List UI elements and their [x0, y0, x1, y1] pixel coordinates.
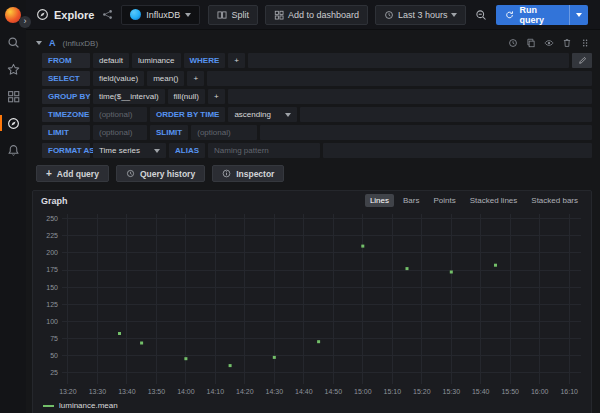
- slimit-input[interactable]: [197, 128, 251, 137]
- svg-text:100: 100: [46, 318, 58, 325]
- copy-icon[interactable]: [526, 38, 536, 48]
- query-row-header: A (InfluxDB): [36, 38, 590, 48]
- tab-stacked-lines[interactable]: Stacked lines: [465, 194, 523, 207]
- svg-text:13:30: 13:30: [89, 388, 107, 395]
- sidebar-item-alerting[interactable]: [0, 142, 26, 158]
- trash-icon[interactable]: [562, 38, 572, 48]
- limit-input[interactable]: [99, 128, 141, 137]
- limit-input-wrap: [93, 125, 147, 140]
- inspector-icon: [222, 169, 231, 178]
- plus-icon: +: [46, 169, 52, 179]
- sidebar-item-explore[interactable]: [0, 115, 26, 131]
- tab-bars[interactable]: Bars: [398, 194, 424, 207]
- from-row-filler: [248, 53, 569, 68]
- group-by-add-segment[interactable]: +: [208, 89, 225, 104]
- svg-text:150: 150: [46, 284, 58, 291]
- explore-icon: [7, 117, 20, 130]
- split-label: Split: [231, 10, 249, 20]
- query-history-label: Query history: [140, 169, 195, 179]
- history-icon[interactable]: [508, 38, 518, 48]
- svg-text:14:00: 14:00: [177, 388, 195, 395]
- limit-row-filler: [260, 125, 592, 140]
- group-by-row: GROUP BY time($__interval) fill(null) +: [42, 89, 592, 104]
- clock-icon: [384, 10, 394, 20]
- timezone-input[interactable]: [99, 110, 141, 119]
- svg-text:14:40: 14:40: [295, 388, 313, 395]
- drag-handle-icon[interactable]: [580, 38, 590, 48]
- add-query-button[interactable]: + Add query: [36, 165, 109, 182]
- svg-text:225: 225: [46, 232, 58, 239]
- format-as-select[interactable]: Time series: [93, 143, 166, 158]
- select-label: SELECT: [42, 71, 90, 86]
- legend-label: luminance.mean: [59, 401, 118, 410]
- query-letter: A: [49, 38, 56, 48]
- group-by-label: GROUP BY: [42, 89, 90, 104]
- svg-text:125: 125: [46, 301, 58, 308]
- datasource-picker[interactable]: InfluxDB: [121, 5, 200, 25]
- graph-panel: Graph LinesBarsPointsStacked linesStacke…: [32, 190, 592, 413]
- svg-text:14:20: 14:20: [236, 388, 254, 395]
- run-query-button[interactable]: Run query: [496, 5, 588, 25]
- collapse-icon[interactable]: [36, 41, 42, 45]
- expand-sidebar-icon[interactable]: ›: [19, 16, 31, 28]
- edit-icon: [578, 56, 587, 65]
- add-to-dashboard-button[interactable]: Add to dashboard: [265, 5, 368, 25]
- query-row-actions: [508, 38, 590, 48]
- edit-query-button[interactable]: [572, 53, 592, 68]
- share-icon[interactable]: [102, 9, 113, 20]
- run-query-dropdown[interactable]: [569, 5, 588, 25]
- select-field-segment[interactable]: field(value): [93, 71, 144, 86]
- alias-input[interactable]: [214, 146, 314, 155]
- slimit-label: SLIMIT: [150, 125, 188, 140]
- tab-lines[interactable]: Lines: [365, 194, 394, 207]
- group-by-fill-segment[interactable]: fill(null): [168, 89, 205, 104]
- time-range-picker[interactable]: Last 3 hours: [375, 5, 467, 25]
- from-label: FROM: [42, 53, 90, 68]
- sidebar-item-starred[interactable]: [0, 61, 26, 77]
- where-add-segment[interactable]: +: [228, 53, 245, 68]
- zoom-out-button[interactable]: [473, 9, 489, 21]
- from-policy-segment[interactable]: default: [93, 53, 129, 68]
- dashboards-icon: [7, 90, 20, 103]
- svg-text:13:50: 13:50: [148, 388, 166, 395]
- timezone-label: TIMEZONE: [42, 107, 90, 122]
- where-keyword: WHERE: [184, 53, 226, 68]
- svg-text:14:30: 14:30: [266, 388, 284, 395]
- group-by-row-filler: [228, 89, 592, 104]
- graph-canvas[interactable]: 25507510012515017520022525013:2013:3013:…: [36, 210, 588, 400]
- svg-text:15:00: 15:00: [354, 388, 372, 395]
- page-title: Explore: [36, 8, 94, 21]
- sidebar-item-search[interactable]: [0, 34, 26, 50]
- add-query-label: Add query: [57, 169, 99, 179]
- alerting-icon: [7, 144, 20, 157]
- svg-text:175: 175: [46, 266, 58, 273]
- legend-item[interactable]: luminance.mean: [43, 401, 118, 410]
- inspector-button[interactable]: Inspector: [212, 165, 284, 182]
- starred-icon: [7, 63, 20, 76]
- svg-text:14:10: 14:10: [207, 388, 225, 395]
- graph-panel-title: Graph: [41, 196, 68, 206]
- explore-content: A (InfluxDB) FROM default luminance WHER…: [26, 30, 600, 413]
- tab-stacked-bars[interactable]: Stacked bars: [526, 194, 583, 207]
- explore-icon: [36, 8, 49, 21]
- svg-text:15:50: 15:50: [501, 388, 519, 395]
- split-icon: [217, 10, 227, 20]
- select-add-segment[interactable]: +: [187, 71, 204, 86]
- legend-swatch: [43, 405, 54, 407]
- select-func-segment[interactable]: mean(): [147, 71, 184, 86]
- order-by-time-select[interactable]: ascending: [228, 107, 296, 122]
- influx-query-editor: FROM default luminance WHERE + SELECT fi…: [42, 53, 592, 158]
- split-button[interactable]: Split: [208, 5, 258, 25]
- format-as-label: FORMAT AS: [42, 143, 90, 158]
- from-measurement-segment[interactable]: luminance: [132, 53, 180, 68]
- hide-icon[interactable]: [544, 38, 554, 48]
- sidebar-item-dashboards[interactable]: [0, 88, 26, 104]
- main-area: Explore InfluxDB Split Add to dashboard: [26, 0, 600, 413]
- query-history-button[interactable]: Query history: [116, 165, 205, 182]
- svg-text:15:40: 15:40: [472, 388, 490, 395]
- slimit-input-wrap: [191, 125, 257, 140]
- history-icon: [126, 169, 135, 178]
- tab-points[interactable]: Points: [428, 194, 460, 207]
- svg-text:13:40: 13:40: [118, 388, 136, 395]
- group-by-time-segment[interactable]: time($__interval): [93, 89, 165, 104]
